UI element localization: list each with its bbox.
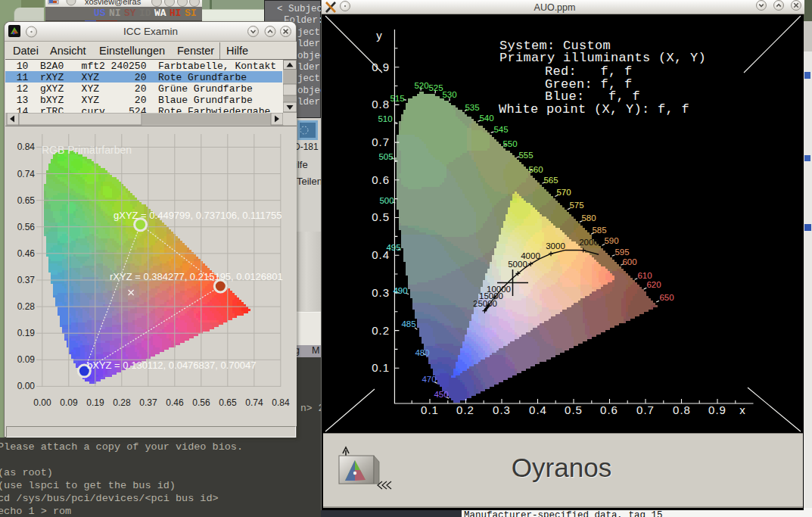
svg-text:0.2: 0.2 bbox=[372, 324, 390, 337]
svg-text:0.7: 0.7 bbox=[636, 403, 655, 416]
svg-text:0.5: 0.5 bbox=[372, 210, 390, 223]
svg-text:2000: 2000 bbox=[579, 238, 599, 247]
svg-text:0.5: 0.5 bbox=[565, 403, 583, 416]
svg-text:3000: 3000 bbox=[546, 241, 565, 251]
svg-text:525: 525 bbox=[428, 83, 443, 92]
svg-text:580: 580 bbox=[581, 213, 596, 223]
svg-text:620: 620 bbox=[646, 280, 661, 289]
svg-text:565: 565 bbox=[543, 176, 558, 185]
svg-text:500: 500 bbox=[379, 196, 394, 205]
svg-text:490: 490 bbox=[393, 286, 407, 295]
svg-text:570: 570 bbox=[556, 188, 571, 197]
svg-text:0.8: 0.8 bbox=[673, 403, 691, 416]
svg-text:25000: 25000 bbox=[473, 299, 497, 308]
svg-text:y: y bbox=[376, 29, 382, 42]
svg-text:0.2: 0.2 bbox=[456, 403, 474, 416]
svg-text:485: 485 bbox=[401, 319, 415, 329]
svg-text:590: 590 bbox=[604, 236, 618, 245]
svg-text:535: 535 bbox=[465, 103, 479, 112]
svg-text:545: 545 bbox=[493, 125, 508, 134]
svg-text:650: 650 bbox=[659, 293, 674, 302]
svg-text:595: 595 bbox=[614, 248, 629, 257]
svg-text:0.1: 0.1 bbox=[372, 361, 390, 374]
svg-text:520: 520 bbox=[414, 81, 428, 90]
svg-text:510: 510 bbox=[378, 114, 392, 123]
svg-text:xosview@eiras: xosview@eiras bbox=[85, 0, 142, 6]
svg-text:x: x bbox=[739, 403, 745, 416]
svg-text:515: 515 bbox=[390, 94, 404, 103]
svg-text:450: 450 bbox=[434, 390, 448, 399]
svg-text:560: 560 bbox=[528, 165, 543, 174]
svg-text:540: 540 bbox=[479, 114, 493, 123]
svg-text:530: 530 bbox=[442, 90, 456, 99]
svg-text:0.3: 0.3 bbox=[493, 403, 511, 416]
svg-text:610: 610 bbox=[637, 271, 652, 280]
svg-text:550: 550 bbox=[502, 139, 517, 148]
svg-text:575: 575 bbox=[569, 201, 583, 210]
svg-text:0.8: 0.8 bbox=[372, 98, 390, 111]
svg-text:0.6: 0.6 bbox=[600, 403, 618, 416]
svg-text:5000: 5000 bbox=[508, 260, 527, 269]
svg-text:495: 495 bbox=[386, 243, 400, 252]
svg-text:470: 470 bbox=[422, 375, 436, 384]
svg-text:0.3: 0.3 bbox=[372, 286, 390, 299]
svg-text:0.9: 0.9 bbox=[708, 403, 726, 416]
svg-text:0.6: 0.6 bbox=[372, 173, 390, 186]
svg-text:555: 555 bbox=[518, 151, 533, 160]
svg-text:480: 480 bbox=[415, 348, 429, 357]
svg-text:0.4: 0.4 bbox=[529, 403, 547, 416]
svg-text:600: 600 bbox=[622, 257, 636, 266]
svg-text:505: 505 bbox=[378, 152, 393, 161]
svg-text:0.7: 0.7 bbox=[372, 135, 390, 148]
svg-text:0.9: 0.9 bbox=[372, 61, 390, 73]
svg-text:585: 585 bbox=[592, 226, 606, 235]
svg-text:0.1: 0.1 bbox=[421, 403, 439, 416]
